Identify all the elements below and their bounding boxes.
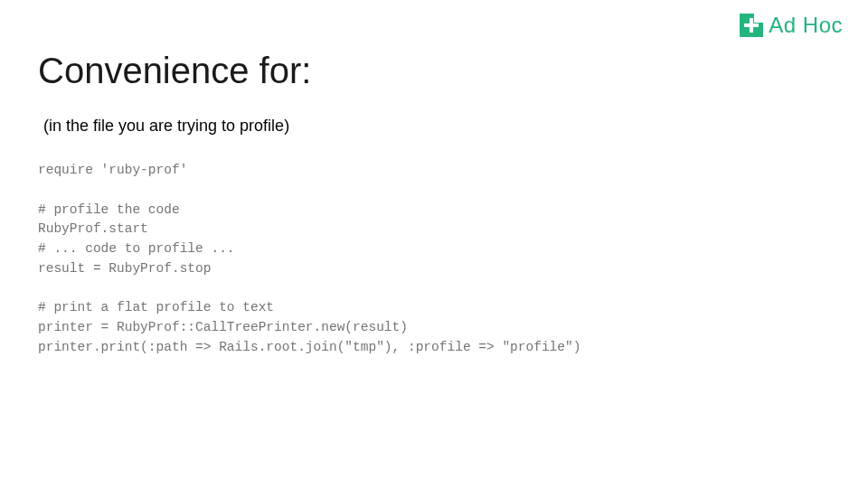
brand-logo: Ad Hoc — [740, 13, 843, 38]
slide-subtitle: (in the file you are trying to profile) — [38, 117, 830, 136]
brand-name: Ad Hoc — [769, 13, 843, 38]
slide-title: Convenience for: — [38, 51, 830, 91]
code-snippet: require 'ruby-prof' # profile the code R… — [38, 161, 830, 358]
plus-icon — [740, 14, 763, 37]
slide-content: Convenience for: (in the file you are tr… — [0, 0, 868, 358]
